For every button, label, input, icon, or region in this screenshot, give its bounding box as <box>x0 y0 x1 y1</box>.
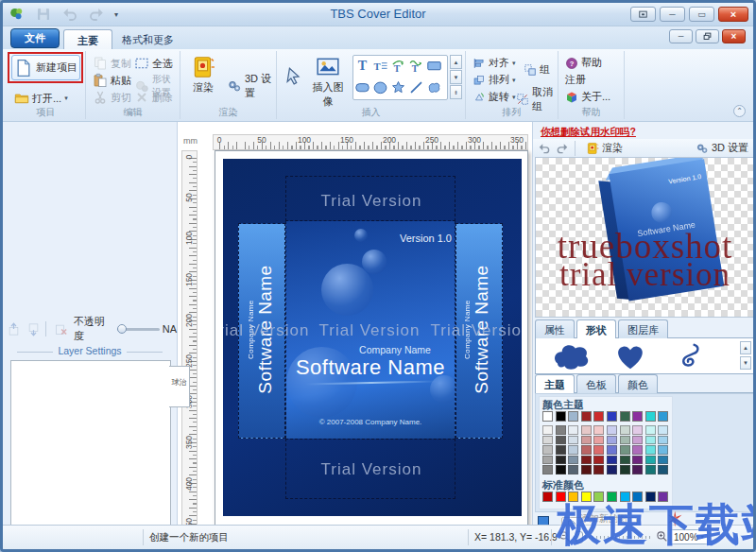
standard-color-swatch[interactable] <box>607 492 617 502</box>
theme-shade-swatch[interactable] <box>632 456 643 465</box>
copy-button[interactable]: 复制 <box>90 54 134 73</box>
theme-color-swatch[interactable] <box>645 411 656 422</box>
gallery-more-icon[interactable]: ⇟ <box>450 85 462 99</box>
preview-render-button[interactable]: 渲染 <box>602 141 623 155</box>
help-button[interactable]: ?帮助 <box>562 54 605 72</box>
theme-shade-swatch[interactable] <box>607 456 617 465</box>
theme-shade-swatch[interactable] <box>581 425 592 435</box>
open-button[interactable]: 打开...▾ <box>11 89 71 108</box>
shapes-up-icon[interactable]: ▲ <box>740 341 751 354</box>
blob-shape[interactable] <box>549 342 594 371</box>
theme-shade-swatch[interactable] <box>581 465 592 474</box>
tab-properties[interactable]: 属性 <box>535 319 575 338</box>
text-tool-icon[interactable]: T <box>353 56 371 76</box>
theme-shade-swatch[interactable] <box>658 465 668 474</box>
theme-shade-swatch[interactable] <box>658 436 668 445</box>
theme-shade-swatch[interactable] <box>556 445 566 455</box>
theme-shade-swatch[interactable] <box>632 425 643 435</box>
close-button[interactable]: × <box>718 7 748 22</box>
theme-shade-swatch[interactable] <box>568 425 578 435</box>
standard-color-swatch[interactable] <box>593 492 604 502</box>
wave-text-tool-icon[interactable]: T <box>407 56 425 76</box>
theme-shade-swatch[interactable] <box>593 436 604 445</box>
cover-design[interactable]: Trial Version Version 1.0 Company Name S… <box>223 159 522 516</box>
theme-color-swatch[interactable] <box>542 411 553 422</box>
theme-shade-swatch[interactable] <box>620 425 630 435</box>
tab-shapes[interactable]: 形状 <box>576 319 616 338</box>
standard-color-swatch[interactable] <box>620 492 630 502</box>
theme-shade-swatch[interactable] <box>542 425 553 435</box>
rectangle-tool-icon[interactable] <box>425 56 443 76</box>
theme-shade-swatch[interactable] <box>568 445 578 455</box>
3d-preview[interactable]: Version 1.0 Software Name trueboxshot tr… <box>535 157 755 318</box>
ribbon-shape[interactable] <box>666 342 712 371</box>
preview-3d-settings-button[interactable]: 3D 设置 <box>712 141 748 155</box>
theme-shade-swatch[interactable] <box>607 445 617 455</box>
theme-shade-swatch[interactable] <box>620 445 630 455</box>
3d-settings-button[interactable]: 3D 设置 <box>224 70 276 102</box>
gallery-down-icon[interactable]: ▼ <box>450 70 462 84</box>
theme-shade-swatch[interactable] <box>568 436 578 445</box>
layer-up-button[interactable] <box>6 320 23 337</box>
mdi-close-button[interactable]: × <box>722 29 746 43</box>
theme-color-swatch[interactable] <box>593 411 604 422</box>
theme-shade-swatch[interactable] <box>542 456 553 465</box>
fullscreen-button[interactable] <box>630 7 656 22</box>
rotate-right-icon[interactable] <box>556 142 569 155</box>
zoom-in-icon[interactable] <box>656 530 668 543</box>
theme-shade-swatch[interactable] <box>568 456 578 465</box>
tab-palette[interactable]: 色板 <box>576 374 616 393</box>
heart-shape[interactable] <box>608 342 653 371</box>
theme-shade-swatch[interactable] <box>542 465 553 474</box>
standard-color-swatch[interactable] <box>556 492 566 502</box>
zoom-dropdown-icon[interactable]: ▾ <box>700 533 704 541</box>
standard-color-swatch[interactable] <box>632 492 643 502</box>
theme-shade-swatch[interactable] <box>542 436 553 445</box>
theme-color-swatch[interactable] <box>658 411 668 422</box>
group-button[interactable]: 组 <box>521 60 553 78</box>
theme-shade-swatch[interactable] <box>645 425 656 435</box>
cut-button[interactable]: 剪切 <box>90 88 134 107</box>
layer-delete-button[interactable] <box>53 320 70 337</box>
theme-color-swatch[interactable] <box>556 411 566 422</box>
theme-shade-swatch[interactable] <box>542 445 553 455</box>
cover-bottom-band[interactable]: Trial Version <box>285 439 455 499</box>
tab-main[interactable]: 主要 <box>63 29 112 49</box>
rotate-left-icon[interactable] <box>538 142 551 155</box>
theme-shade-swatch[interactable] <box>556 456 566 465</box>
standard-color-swatch[interactable] <box>568 492 578 502</box>
theme-color-swatch[interactable] <box>607 411 617 422</box>
theme-shade-swatch[interactable] <box>658 425 668 435</box>
theme-color-swatch[interactable] <box>620 411 630 422</box>
file-menu-button[interactable]: 文件 <box>10 28 60 48</box>
render-button[interactable]: 渲染 <box>186 53 220 104</box>
tab-layer-library[interactable]: 图层库 <box>618 319 668 338</box>
theme-shade-swatch[interactable] <box>607 425 617 435</box>
theme-shade-swatch[interactable] <box>620 456 630 465</box>
zoom-slider-thumb[interactable] <box>576 531 583 543</box>
align-button[interactable]: 对齐▾ <box>470 54 519 72</box>
mdi-minimize-button[interactable]: ─ <box>669 29 693 43</box>
layer-side-tab[interactable]: 球治 <box>169 366 190 407</box>
theme-shade-swatch[interactable] <box>607 436 617 445</box>
remove-watermark-link[interactable]: 你想删除试用水印吗? <box>541 126 636 139</box>
render-small-icon[interactable] <box>586 142 599 155</box>
document-page[interactable]: Trial Version Version 1.0 Company Name S… <box>215 150 528 525</box>
cover-top-band[interactable]: Trial Version <box>285 176 455 221</box>
standard-color-swatch[interactable] <box>645 492 656 502</box>
theme-shade-swatch[interactable] <box>593 456 604 465</box>
zoom-level-combo[interactable]: 100%▾ <box>670 529 708 544</box>
theme-shade-swatch[interactable] <box>581 436 592 445</box>
theme-shade-swatch[interactable] <box>556 425 566 435</box>
theme-shade-swatch[interactable] <box>658 456 668 465</box>
theme-shade-swatch[interactable] <box>593 425 604 435</box>
register-button[interactable]: 注册 <box>562 71 589 89</box>
shapes-down-icon[interactable]: ▼ <box>740 356 751 370</box>
zoom-slider[interactable] <box>574 536 653 539</box>
standard-color-swatch[interactable] <box>542 492 553 502</box>
opacity-slider-thumb[interactable] <box>117 324 127 334</box>
theme-shade-swatch[interactable] <box>632 465 643 474</box>
delete-button[interactable]: 删除 <box>131 88 176 107</box>
paste-button[interactable]: 粘贴 <box>90 71 134 90</box>
mdi-restore-button[interactable] <box>696 29 719 43</box>
